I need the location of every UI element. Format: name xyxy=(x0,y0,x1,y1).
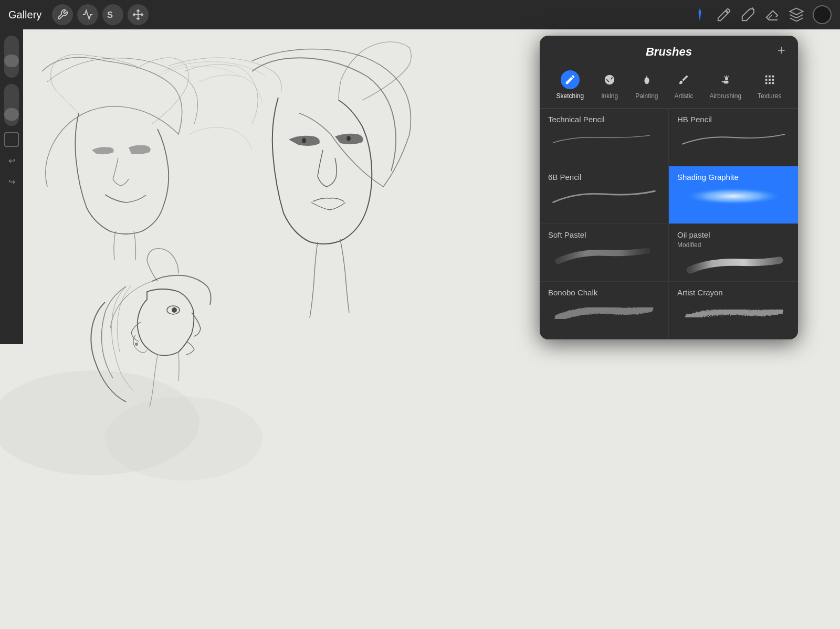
brush-tool[interactable] xyxy=(716,7,732,23)
tab-artistic[interactable]: Artistic xyxy=(670,68,697,102)
svg-rect-23 xyxy=(769,82,771,84)
airbrushing-icon xyxy=(716,70,735,89)
svg-rect-19 xyxy=(765,79,768,81)
technical-pencil-stroke xyxy=(548,126,660,149)
left-sidebar: ↩ ↪ xyxy=(0,29,23,344)
inking-icon xyxy=(600,70,619,89)
artwork-canvas xyxy=(0,29,514,629)
svg-point-6 xyxy=(346,136,351,141)
selection-icon[interactable]: S xyxy=(102,4,123,25)
undo-button[interactable] xyxy=(4,132,19,147)
brush-oil-pastel[interactable]: Oil pastel Modified xyxy=(669,224,798,282)
brush-technical-pencil[interactable]: Technical Pencil xyxy=(540,109,669,166)
layers-tool[interactable] xyxy=(789,7,804,23)
sketching-icon xyxy=(561,70,580,89)
brushes-title: Brushes xyxy=(646,45,692,59)
brush-6b-pencil[interactable]: 6B Pencil xyxy=(540,166,669,224)
brush-soft-pastel[interactable]: Soft Pastel xyxy=(540,224,669,282)
tab-sketching[interactable]: Sketching xyxy=(552,68,588,102)
painting-icon xyxy=(637,70,656,89)
svg-point-11 xyxy=(105,397,262,481)
svg-point-9 xyxy=(135,343,138,346)
color-picker[interactable] xyxy=(813,5,832,24)
svg-rect-24 xyxy=(772,82,774,84)
brushes-header: Brushes + xyxy=(540,36,798,64)
brush-size-thumb xyxy=(4,55,19,67)
tab-painting[interactable]: Painting xyxy=(631,68,662,102)
transform-icon[interactable] xyxy=(128,4,149,25)
svg-point-12 xyxy=(608,78,611,81)
brush-bonobo-chalk[interactable]: Bonobo Chalk xyxy=(540,282,669,339)
brush-size-slider[interactable] xyxy=(4,36,19,78)
brush-artist-crayon[interactable]: Artist Crayon xyxy=(669,282,798,339)
airbrushing-label: Airbrushing xyxy=(709,92,741,100)
brush-list: Technical Pencil HB Pencil 6B Pencil xyxy=(540,109,798,339)
svg-point-13 xyxy=(644,77,649,84)
svg-rect-16 xyxy=(765,76,768,78)
svg-rect-14 xyxy=(723,81,728,84)
hb-pencil-stroke xyxy=(677,126,790,149)
svg-rect-20 xyxy=(769,79,771,81)
opacity-thumb xyxy=(4,108,19,121)
oil-pastel-stroke xyxy=(677,252,790,275)
textures-label: Textures xyxy=(758,92,781,100)
category-tabs: Sketching Inking Painting Artistic xyxy=(540,64,798,109)
brush-shading-graphite[interactable]: Shading Graphite xyxy=(669,166,798,224)
svg-rect-18 xyxy=(772,76,774,78)
tab-textures[interactable]: Textures xyxy=(753,68,785,102)
toolbar: Gallery S xyxy=(0,0,840,29)
inking-label: Inking xyxy=(601,92,618,100)
svg-point-8 xyxy=(172,307,177,313)
tab-inking[interactable]: Inking xyxy=(596,68,623,102)
right-tools xyxy=(692,5,832,24)
svg-rect-17 xyxy=(769,76,771,78)
artistic-label: Artistic xyxy=(674,92,693,100)
bonobo-chalk-stroke xyxy=(548,299,660,322)
shading-graphite-stroke xyxy=(677,184,790,207)
gallery-button[interactable]: Gallery xyxy=(8,9,41,21)
svg-rect-21 xyxy=(772,79,774,81)
sketching-label: Sketching xyxy=(556,92,584,100)
artistic-icon xyxy=(674,70,693,89)
smudge-tool[interactable] xyxy=(740,7,756,23)
soft-pastel-stroke xyxy=(548,241,660,264)
svg-rect-22 xyxy=(765,82,768,84)
undo-arrow[interactable]: ↩ xyxy=(4,153,19,168)
painting-label: Painting xyxy=(635,92,658,100)
opacity-slider[interactable] xyxy=(4,84,19,126)
artist-crayon-stroke xyxy=(677,299,790,322)
redo-arrow[interactable]: ↪ xyxy=(4,174,19,189)
svg-marker-3 xyxy=(790,8,803,15)
textures-icon xyxy=(760,70,779,89)
6b-pencil-stroke xyxy=(548,184,660,207)
wrench-icon[interactable] xyxy=(52,4,73,25)
svg-point-25 xyxy=(687,188,779,204)
svg-text:S: S xyxy=(107,10,113,19)
eraser-tool[interactable] xyxy=(764,7,780,23)
svg-point-5 xyxy=(302,138,306,143)
brush-hb-pencil[interactable]: HB Pencil xyxy=(669,109,798,166)
add-brush-button[interactable]: + xyxy=(778,43,785,57)
pen-tool[interactable] xyxy=(692,7,708,23)
adjust-icon[interactable] xyxy=(77,4,98,25)
tab-airbrushing[interactable]: Airbrushing xyxy=(705,68,746,102)
brushes-panel: Brushes + Sketching Inking Painting xyxy=(540,36,798,339)
